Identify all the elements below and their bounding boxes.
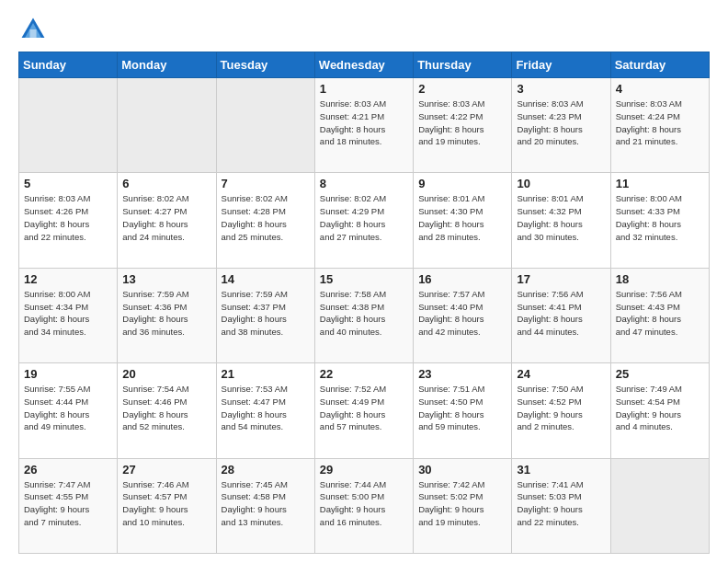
day-number: 16	[418, 272, 506, 286]
weekday-row: SundayMondayTuesdayWednesdayThursdayFrid…	[19, 52, 710, 78]
day-number: 5	[24, 177, 112, 190]
day-number: 14	[222, 272, 310, 286]
day-number: 15	[320, 272, 408, 286]
weekday-header-friday: Friday	[512, 52, 610, 78]
day-number: 13	[122, 272, 210, 286]
day-info: Sunrise: 8:02 AM Sunset: 4:27 PM Dayligh…	[122, 192, 210, 243]
week-row-4: 26Sunrise: 7:47 AM Sunset: 4:55 PM Dayli…	[19, 458, 710, 553]
day-number: 10	[517, 177, 605, 190]
week-row-0: 1Sunrise: 8:03 AM Sunset: 4:21 PM Daylig…	[19, 78, 710, 173]
calendar-cell: 6Sunrise: 8:02 AM Sunset: 4:27 PM Daylig…	[118, 173, 216, 268]
weekday-header-saturday: Saturday	[610, 52, 709, 78]
calendar-cell: 30Sunrise: 7:42 AM Sunset: 5:02 PM Dayli…	[414, 458, 512, 553]
day-info: Sunrise: 8:03 AM Sunset: 4:21 PM Dayligh…	[320, 98, 408, 148]
calendar-cell: 9Sunrise: 8:01 AM Sunset: 4:30 PM Daylig…	[414, 173, 512, 268]
day-info: Sunrise: 8:00 AM Sunset: 4:34 PM Dayligh…	[24, 288, 112, 339]
weekday-header-sunday: Sunday	[19, 52, 118, 78]
calendar-cell: 1Sunrise: 8:03 AM Sunset: 4:21 PM Daylig…	[314, 78, 413, 173]
week-row-1: 5Sunrise: 8:03 AM Sunset: 4:26 PM Daylig…	[19, 173, 710, 268]
svg-rect-2	[29, 29, 36, 38]
day-number: 1	[320, 82, 408, 96]
day-info: Sunrise: 7:59 AM Sunset: 4:36 PM Dayligh…	[122, 288, 210, 339]
day-number: 8	[320, 177, 408, 190]
day-number: 22	[320, 367, 408, 381]
day-number: 18	[616, 272, 704, 286]
day-number: 2	[418, 82, 506, 96]
calendar-cell: 3Sunrise: 8:03 AM Sunset: 4:23 PM Daylig…	[512, 78, 610, 173]
day-info: Sunrise: 7:56 AM Sunset: 4:43 PM Dayligh…	[616, 288, 704, 339]
week-row-3: 19Sunrise: 7:55 AM Sunset: 4:44 PM Dayli…	[19, 363, 710, 458]
calendar-cell: 28Sunrise: 7:45 AM Sunset: 4:58 PM Dayli…	[216, 458, 314, 553]
day-number: 19	[24, 367, 112, 381]
day-info: Sunrise: 8:03 AM Sunset: 4:22 PM Dayligh…	[418, 98, 506, 148]
calendar-cell: 14Sunrise: 7:59 AM Sunset: 4:37 PM Dayli…	[216, 268, 314, 362]
calendar-cell: 27Sunrise: 7:46 AM Sunset: 4:57 PM Dayli…	[118, 458, 216, 553]
calendar-cell: 24Sunrise: 7:50 AM Sunset: 4:52 PM Dayli…	[512, 363, 610, 458]
calendar-cell: 17Sunrise: 7:56 AM Sunset: 4:41 PM Dayli…	[512, 268, 610, 362]
calendar-table: SundayMondayTuesdayWednesdayThursdayFrid…	[18, 52, 710, 554]
calendar-cell	[19, 78, 118, 173]
day-number: 4	[616, 82, 704, 96]
calendar-cell: 26Sunrise: 7:47 AM Sunset: 4:55 PM Dayli…	[19, 458, 118, 553]
day-number: 20	[122, 367, 210, 381]
calendar-cell: 19Sunrise: 7:55 AM Sunset: 4:44 PM Dayli…	[19, 363, 118, 458]
day-info: Sunrise: 7:44 AM Sunset: 5:00 PM Dayligh…	[320, 478, 408, 529]
day-number: 25	[616, 367, 704, 381]
calendar-cell	[216, 78, 314, 173]
day-number: 6	[122, 177, 210, 190]
calendar-cell: 7Sunrise: 8:02 AM Sunset: 4:28 PM Daylig…	[216, 173, 314, 268]
calendar-cell: 5Sunrise: 8:03 AM Sunset: 4:26 PM Daylig…	[19, 173, 118, 268]
day-number: 7	[222, 177, 310, 190]
day-number: 17	[517, 272, 605, 286]
day-info: Sunrise: 8:03 AM Sunset: 4:26 PM Dayligh…	[24, 192, 112, 243]
day-info: Sunrise: 8:02 AM Sunset: 4:28 PM Dayligh…	[222, 192, 310, 243]
weekday-header-tuesday: Tuesday	[216, 52, 314, 78]
header	[18, 15, 710, 44]
day-number: 9	[418, 177, 506, 190]
calendar-cell: 4Sunrise: 8:03 AM Sunset: 4:24 PM Daylig…	[610, 78, 709, 173]
day-number: 29	[320, 463, 408, 477]
day-info: Sunrise: 8:03 AM Sunset: 4:23 PM Dayligh…	[517, 98, 605, 148]
day-info: Sunrise: 7:54 AM Sunset: 4:46 PM Dayligh…	[122, 383, 210, 433]
calendar-cell: 16Sunrise: 7:57 AM Sunset: 4:40 PM Dayli…	[414, 268, 512, 362]
day-info: Sunrise: 7:55 AM Sunset: 4:44 PM Dayligh…	[24, 383, 112, 433]
calendar-cell: 25Sunrise: 7:49 AM Sunset: 4:54 PM Dayli…	[610, 363, 709, 458]
calendar-cell	[118, 78, 216, 173]
day-info: Sunrise: 7:46 AM Sunset: 4:57 PM Dayligh…	[122, 478, 210, 529]
calendar-cell: 23Sunrise: 7:51 AM Sunset: 4:50 PM Dayli…	[414, 363, 512, 458]
calendar-cell: 10Sunrise: 8:01 AM Sunset: 4:32 PM Dayli…	[512, 173, 610, 268]
day-info: Sunrise: 7:50 AM Sunset: 4:52 PM Dayligh…	[517, 383, 605, 433]
day-number: 21	[222, 367, 310, 381]
calendar-cell: 31Sunrise: 7:41 AM Sunset: 5:03 PM Dayli…	[512, 458, 610, 553]
calendar-cell: 2Sunrise: 8:03 AM Sunset: 4:22 PM Daylig…	[414, 78, 512, 173]
day-number: 27	[122, 463, 210, 477]
day-info: Sunrise: 7:51 AM Sunset: 4:50 PM Dayligh…	[418, 383, 506, 433]
day-number: 26	[24, 463, 112, 477]
calendar-cell	[610, 458, 709, 553]
day-info: Sunrise: 7:41 AM Sunset: 5:03 PM Dayligh…	[517, 478, 605, 529]
day-number: 31	[517, 463, 605, 477]
day-info: Sunrise: 8:01 AM Sunset: 4:32 PM Dayligh…	[517, 192, 605, 243]
day-number: 24	[517, 367, 605, 381]
page: SundayMondayTuesdayWednesdayThursdayFrid…	[0, 0, 728, 563]
calendar-cell: 21Sunrise: 7:53 AM Sunset: 4:47 PM Dayli…	[216, 363, 314, 458]
calendar-cell: 13Sunrise: 7:59 AM Sunset: 4:36 PM Dayli…	[118, 268, 216, 362]
day-info: Sunrise: 7:45 AM Sunset: 4:58 PM Dayligh…	[222, 478, 310, 529]
day-number: 28	[222, 463, 310, 477]
calendar-cell: 11Sunrise: 8:00 AM Sunset: 4:33 PM Dayli…	[610, 173, 709, 268]
calendar-cell: 22Sunrise: 7:52 AM Sunset: 4:49 PM Dayli…	[314, 363, 413, 458]
calendar-body: 1Sunrise: 8:03 AM Sunset: 4:21 PM Daylig…	[19, 78, 710, 554]
calendar-cell: 29Sunrise: 7:44 AM Sunset: 5:00 PM Dayli…	[314, 458, 413, 553]
day-info: Sunrise: 7:42 AM Sunset: 5:02 PM Dayligh…	[418, 478, 506, 529]
calendar-cell: 15Sunrise: 7:58 AM Sunset: 4:38 PM Dayli…	[314, 268, 413, 362]
day-info: Sunrise: 8:00 AM Sunset: 4:33 PM Dayligh…	[616, 192, 704, 243]
calendar-cell: 8Sunrise: 8:02 AM Sunset: 4:29 PM Daylig…	[314, 173, 413, 268]
day-info: Sunrise: 7:57 AM Sunset: 4:40 PM Dayligh…	[418, 288, 506, 339]
calendar-cell: 18Sunrise: 7:56 AM Sunset: 4:43 PM Dayli…	[610, 268, 709, 362]
logo	[18, 15, 51, 44]
day-info: Sunrise: 7:59 AM Sunset: 4:37 PM Dayligh…	[222, 288, 310, 339]
weekday-header-wednesday: Wednesday	[314, 52, 413, 78]
day-info: Sunrise: 7:47 AM Sunset: 4:55 PM Dayligh…	[24, 478, 112, 529]
calendar-header: SundayMondayTuesdayWednesdayThursdayFrid…	[19, 52, 710, 78]
day-number: 30	[418, 463, 506, 477]
